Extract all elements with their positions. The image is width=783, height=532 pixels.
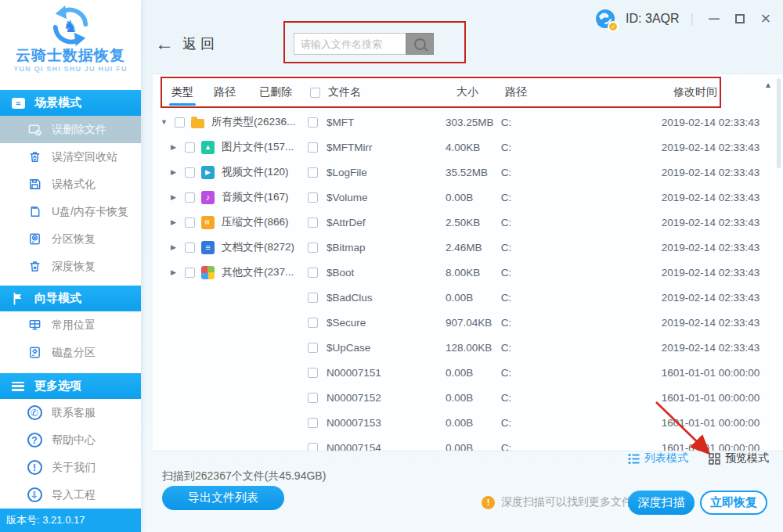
collapse-caret-icon[interactable]: ▶ [171,268,180,276]
column-header-mtime[interactable]: 修改时间 [673,85,717,99]
collapse-caret-icon[interactable]: ▶ [171,218,180,226]
table-row[interactable]: $Boot8.00KBC:2019-02-14 02:33:43 [298,260,775,285]
row-checkbox[interactable] [308,192,318,203]
sidebar-item-common-locations[interactable]: 常用位置 [0,311,141,339]
tab-type[interactable]: 类型 [171,85,193,99]
row-checkbox[interactable] [308,368,318,378]
collapse-caret-icon[interactable]: ▶ [171,193,180,201]
tab-path[interactable]: 路径 [214,85,236,99]
table-row[interactable]: N000071540.00BC:1601-01-01 00:00:00 [298,435,775,451]
back-button[interactable]: ← 返 回 [155,34,215,53]
column-header-size[interactable]: 大小 [456,85,478,99]
recover-now-button[interactable]: 立即恢复 [700,491,767,515]
version-label: 版本号: 3.21.0.17 [0,509,141,532]
tree-item[interactable]: ▶其他文件(237... [153,260,298,285]
maximize-button[interactable] [731,9,749,29]
scrollbar-thumb[interactable] [777,78,781,168]
tree-item[interactable]: ▶压缩文件(866) [153,210,298,235]
sidebar-item-contact-support[interactable]: ✆ 联系客服 [0,399,141,426]
preview-mode-button[interactable]: 预览模式 [709,451,769,466]
row-checkbox[interactable] [308,167,318,178]
cell-file-name: N00007152 [327,392,446,404]
sidebar-item-about-us[interactable]: ! 关于我们 [0,454,141,481]
table-row[interactable]: $AttrDef2.50KBC:2019-02-14 02:33:43 [298,210,775,235]
tree-checkbox[interactable] [185,192,195,203]
cell-file-path: C: [501,442,662,451]
row-checkbox[interactable] [308,243,318,253]
sidebar-item-label: 分区恢复 [52,232,96,246]
tree-item[interactable]: ▶音频文件(167) [153,185,298,210]
tab-deleted[interactable]: 已删除 [259,85,292,99]
sidebar-item-help-center[interactable]: ? 帮助中心 [0,426,141,454]
select-all-checkbox[interactable] [310,88,320,98]
tree-item[interactable]: ▶视频文件(120) [153,160,298,185]
tree-item-label: 视频文件(120) [222,165,289,179]
table-row[interactable]: $BadClus0.00BC:2019-02-14 02:33:43 [298,285,775,310]
table-row[interactable]: $MFT303.25MBC:2019-02-14 02:33:43 [298,110,775,135]
tree-item[interactable]: ▶图片文件(157... [153,135,298,160]
table-row[interactable]: $UpCase128.00KBC:2019-02-14 02:33:43 [298,335,775,360]
row-checkbox[interactable] [308,268,318,278]
row-checkbox[interactable] [308,418,318,428]
section-header-scene-mode[interactable]: ≈ 场景模式 [0,90,141,116]
row-checkbox[interactable] [308,318,318,328]
cell-file-path: C: [501,117,662,128]
cell-file-mtime: 1601-01-01 00:00:00 [662,392,775,404]
collapse-caret-icon[interactable]: ▶ [171,168,180,176]
list-mode-label: 列表模式 [644,451,688,466]
section-header-wizard-mode[interactable]: 向导模式 [0,286,141,311]
table-row[interactable]: N000071530.00BC:1601-01-01 00:00:00 [298,410,775,435]
sidebar-item-deleted-files[interactable]: 误删除文件 [0,116,141,143]
table-row[interactable]: $Secure907.04KBC:2019-02-14 02:33:43 [298,310,775,335]
table-row[interactable]: N000071520.00BC:1601-01-01 00:00:00 [298,385,775,410]
tree-checkbox[interactable] [185,167,195,178]
tree-checkbox[interactable] [185,142,195,153]
tree-checkbox[interactable] [175,117,185,128]
collapse-caret-icon[interactable]: ▶ [171,243,180,251]
tree-item[interactable]: ▶文档文件(8272) [153,235,298,260]
column-header-path[interactable]: 路径 [505,85,527,99]
minimize-button[interactable]: ─ [705,9,723,29]
search-input[interactable] [294,33,406,55]
row-checkbox[interactable] [308,217,318,228]
table-row[interactable]: $MFTMirr4.00KBC:2019-02-14 02:33:43 [298,135,775,160]
sidebar-item-disk-partitions[interactable]: 磁盘分区 [0,339,141,366]
deep-scan-button[interactable]: 深度扫描 [628,491,695,515]
column-header-name[interactable]: 文件名 [328,85,361,99]
expand-caret-icon[interactable]: ▼ [161,118,170,126]
account-icon[interactable]: ✓ [595,9,615,29]
more-options-icon [10,379,26,394]
sidebar-item-partition-recovery[interactable]: 分区恢复 [0,225,141,253]
sidebar-item-usb-sd-recovery[interactable]: U盘/内存卡恢复 [0,198,141,225]
tree-checkbox[interactable] [185,268,195,278]
sidebar-item-formatted[interactable]: 误格式化 [0,171,141,198]
cell-file-mtime: 2019-02-14 02:33:43 [662,167,775,178]
table-row[interactable]: N000071510.00BC:1601-01-01 00:00:00 [298,360,775,385]
tree-item[interactable]: ▼所有类型(26236... [153,110,298,135]
import-project-icon: ⇩ [27,487,42,503]
section-header-more-options[interactable]: 更多选项 [0,373,141,399]
collapse-caret-icon[interactable]: ▶ [171,143,180,151]
table-row[interactable]: $LogFile35.52MBC:2019-02-14 02:33:43 [298,160,775,185]
tree-checkbox[interactable] [185,217,195,228]
export-file-list-button[interactable]: 导出文件列表 [162,486,284,510]
sidebar-item-emptied-recycle-bin[interactable]: 误清空回收站 [0,143,141,171]
row-checkbox[interactable] [308,293,318,303]
row-checkbox[interactable] [308,443,318,451]
row-checkbox[interactable] [308,393,318,403]
row-checkbox[interactable] [308,117,318,128]
sidebar-item-import-project[interactable]: ⇩ 导入工程 [0,481,141,509]
deep-scan-hint-label: 深度扫描可以找到更多文件 [501,495,633,509]
sidebar-item-deep-recovery[interactable]: 深度恢复 [0,253,141,280]
row-checkbox[interactable] [308,142,318,153]
search-button[interactable] [406,33,434,55]
close-button[interactable]: × [756,9,775,29]
table-row[interactable]: $Volume0.00BC:2019-02-14 02:33:43 [298,185,775,210]
table-row[interactable]: $Bitmap2.46MBC:2019-02-14 02:33:43 [298,235,775,260]
row-checkbox[interactable] [308,343,318,353]
tree-checkbox[interactable] [185,243,195,253]
sidebar-item-label: 误格式化 [52,178,96,192]
list-mode-button[interactable]: 列表模式 [628,451,688,466]
warning-icon: ! [482,496,495,509]
scroll-up-icon[interactable]: ▲ [764,81,772,89]
